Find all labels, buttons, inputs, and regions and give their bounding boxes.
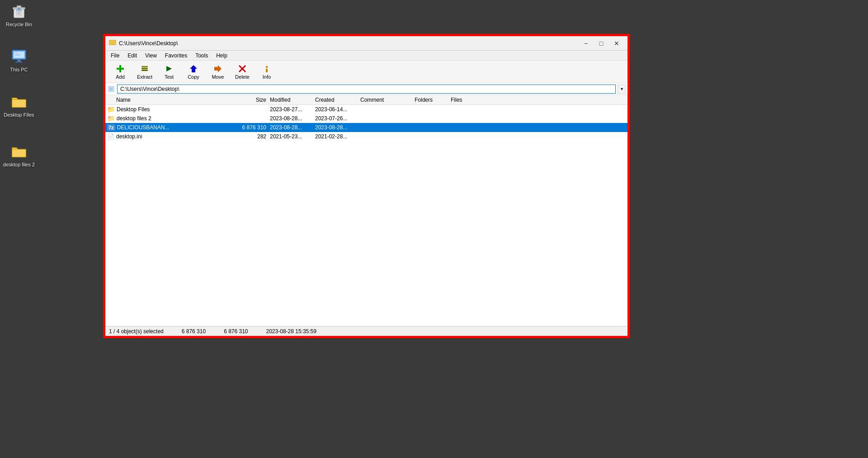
menu-view[interactable]: View — [142, 52, 160, 60]
recycle-bin-icon — [10, 2, 28, 20]
test-label: Test — [165, 74, 174, 80]
delete-icon — [238, 64, 247, 73]
test-button[interactable]: Test — [158, 62, 180, 82]
status-bar: 1 / 4 object(s) selected 6 876 310 6 876… — [105, 326, 627, 336]
copy-label: Copy — [188, 74, 199, 80]
svg-rect-13 — [15, 55, 20, 56]
file-size-2: 6 876 310 — [234, 124, 270, 131]
file-modified-1: 2023-08-28... — [270, 115, 315, 122]
address-nav-icon — [107, 85, 115, 93]
copy-button[interactable]: Copy — [182, 62, 205, 82]
menu-file[interactable]: File — [107, 52, 123, 60]
desktop-icon-desktop-files-2[interactable]: desktop files 2 — [1, 140, 37, 169]
col-header-name[interactable]: Name — [107, 97, 234, 103]
svg-rect-17 — [110, 41, 115, 44]
ini-icon-3: 📄 — [107, 133, 114, 140]
file-manager-window: C:\Users\Vince\Desktop\ − □ ✕ File Edit … — [103, 34, 630, 338]
svg-marker-23 — [166, 66, 172, 71]
menu-edit[interactable]: Edit — [124, 52, 141, 60]
close-button[interactable]: ✕ — [609, 39, 624, 48]
folder-icon-1: 📁 — [107, 115, 115, 122]
info-button[interactable]: Info — [255, 62, 278, 82]
recycle-bin-label: Recycle Bin — [6, 22, 32, 27]
address-input[interactable] — [117, 85, 616, 94]
address-bar: ▾ — [105, 83, 627, 95]
desktop-files-label: Desktop FIles — [4, 112, 34, 118]
desktop-files-2-folder-icon — [10, 142, 28, 160]
svg-rect-8 — [17, 60, 21, 62]
menu-tools[interactable]: Tools — [192, 52, 212, 60]
desktop-icon-recycle-bin[interactable]: Recycle Bin — [1, 0, 37, 29]
move-label: Move — [212, 74, 224, 80]
minimize-button[interactable]: − — [579, 39, 593, 48]
svg-rect-11 — [15, 52, 19, 53]
copy-icon — [189, 64, 198, 73]
svg-rect-12 — [15, 54, 22, 55]
col-header-created[interactable]: Created — [315, 97, 360, 103]
file-modified-2: 2023-08-28... — [270, 124, 315, 131]
table-row[interactable]: 📁 desktop files 2 2023-08-28... 2023-07-… — [105, 114, 627, 123]
table-row[interactable]: 📄 desktop.ini 282 2021-05-23... 2021-02-… — [105, 132, 627, 141]
table-row[interactable]: 📁 Desktop FIles 2023-08-27... 2023-06-14… — [105, 105, 627, 114]
file-modified-3: 2021-05-23... — [270, 133, 315, 140]
menu-bar: File Edit View Favorites Tools Help — [105, 51, 627, 61]
file-size-3: 282 — [234, 133, 270, 140]
column-headers: Name Size Modified Created Comment Folde… — [105, 95, 627, 105]
file-created-2: 2023-08-28... — [315, 124, 360, 131]
svg-rect-29 — [266, 69, 268, 72]
test-icon — [165, 64, 174, 73]
sevenzip-icon-2: 7z — [107, 124, 115, 131]
svg-rect-20 — [142, 66, 148, 67]
window-title: C:\Users\Vince\Desktop\ — [119, 40, 579, 47]
svg-rect-15 — [12, 149, 26, 157]
status-size1: 6 876 310 — [182, 328, 206, 335]
svg-rect-21 — [142, 68, 148, 69]
menu-help[interactable]: Help — [212, 52, 231, 60]
col-header-comment[interactable]: Comment — [360, 97, 415, 103]
add-label: Add — [116, 74, 125, 80]
add-button[interactable]: Add — [109, 62, 132, 82]
extract-button[interactable]: Extract — [133, 62, 156, 82]
svg-rect-31 — [109, 87, 113, 91]
file-name-0: 📁 Desktop FIles — [107, 106, 234, 113]
col-header-modified[interactable]: Modified — [270, 97, 315, 103]
extract-label: Extract — [137, 74, 152, 80]
svg-rect-9 — [15, 61, 22, 62]
title-bar: C:\Users\Vince\Desktop\ − □ ✕ — [105, 36, 627, 51]
status-selection: 1 / 4 object(s) selected — [109, 328, 164, 335]
col-header-size[interactable]: Size — [234, 97, 270, 103]
desktop-files-2-label: desktop files 2 — [3, 162, 35, 167]
desktop-files-folder-icon — [10, 92, 28, 110]
svg-marker-24 — [190, 65, 197, 72]
status-size2: 6 876 310 — [224, 328, 248, 335]
col-header-folders[interactable]: Folders — [415, 97, 451, 103]
col-header-files[interactable]: Files — [451, 97, 487, 103]
svg-rect-22 — [142, 70, 148, 71]
toolbar: Add Extract — [105, 61, 627, 83]
this-pc-label: This PC — [10, 67, 28, 72]
info-label: Info — [263, 74, 271, 80]
add-icon — [116, 64, 125, 73]
menu-favorites[interactable]: Favorites — [161, 52, 191, 60]
status-timestamp: 2023-08-28 15:35:59 — [266, 328, 316, 335]
desktop-icon-this-pc[interactable]: This PC — [1, 45, 37, 74]
move-icon — [213, 64, 222, 73]
file-created-1: 2023-07-26... — [315, 115, 360, 122]
svg-rect-19 — [117, 68, 124, 70]
delete-button[interactable]: Delete — [231, 62, 254, 82]
move-button[interactable]: Move — [207, 62, 229, 82]
svg-marker-25 — [214, 65, 222, 72]
window-controls: − □ ✕ — [579, 39, 624, 48]
svg-rect-28 — [266, 66, 268, 68]
address-dropdown[interactable]: ▾ — [618, 85, 626, 94]
file-name-3: 📄 desktop.ini — [107, 133, 234, 140]
file-area: Name Size Modified Created Comment Folde… — [105, 95, 627, 326]
desktop: Recycle Bin This PC — [0, 0, 868, 458]
this-pc-icon — [10, 47, 28, 65]
folder-icon-0: 📁 — [107, 106, 115, 113]
maximize-button[interactable]: □ — [594, 39, 609, 48]
info-icon — [262, 64, 271, 73]
table-row[interactable]: 7z DELICIOUSBANAN... 6 876 310 2023-08-2… — [105, 123, 627, 132]
desktop-icon-desktop-files[interactable]: Desktop FIles — [1, 90, 37, 119]
file-modified-0: 2023-08-27... — [270, 106, 315, 113]
